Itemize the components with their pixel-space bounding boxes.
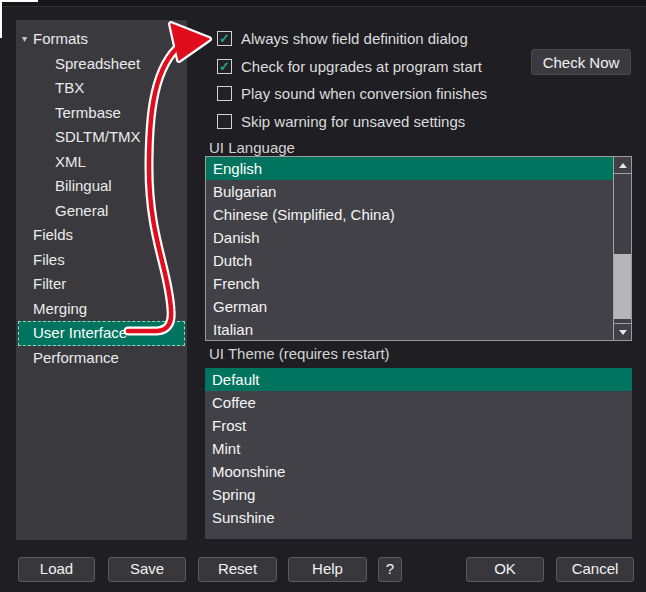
background-window-corner (0, 0, 2, 38)
checkbox-unchecked-icon[interactable] (217, 86, 232, 101)
list-item-danish[interactable]: Danish (206, 226, 613, 249)
settings-dialog: ▾FormatsSpreadsheetTBXTermbaseSDLTM/TMXX… (0, 0, 646, 592)
list-item-frost[interactable]: Frost (205, 414, 632, 437)
list-item-german[interactable]: German (206, 295, 613, 318)
sidebar-item-label: TBX (55, 79, 84, 96)
ui-theme-rows: DefaultCoffeeFrostMintMoonshineSpringSun… (205, 368, 632, 539)
sidebar-item-label: User Interface (33, 324, 127, 341)
checkbox-label: Skip warning for unsaved settings (241, 113, 465, 130)
list-item-dutch[interactable]: Dutch (206, 249, 613, 272)
load-button[interactable]: Load (18, 557, 95, 582)
sidebar-item-label: XML (55, 153, 86, 170)
checkbox-checked-icon[interactable]: ✓ (217, 59, 232, 74)
sidebar-item-label: Bilingual (55, 177, 112, 194)
list-item-default[interactable]: Default (205, 368, 632, 391)
scroll-up-icon[interactable] (614, 157, 631, 174)
sidebar-item-performance[interactable]: Performance (16, 346, 187, 371)
sidebar-item-formats[interactable]: ▾Formats (16, 27, 187, 52)
ui-language-listbox: EnglishBulgarianChinese (Simplified, Chi… (205, 156, 632, 341)
sidebar-item-label: Formats (33, 30, 88, 47)
checkbox-label: Always show field definition dialog (241, 30, 468, 47)
ok-button[interactable]: OK (466, 557, 544, 582)
scroll-down-icon[interactable] (614, 323, 631, 340)
sidebar-item-filter[interactable]: Filter (16, 272, 187, 297)
list-item-english[interactable]: English (206, 157, 613, 180)
sidebar-item-label: General (55, 202, 108, 219)
vertical-scrollbar[interactable] (613, 157, 631, 340)
list-item-chinese-simplified-china-[interactable]: Chinese (Simplified, China) (206, 203, 613, 226)
ui-language-rows: EnglishBulgarianChinese (Simplified, Chi… (206, 157, 613, 340)
sidebar-item-tbx[interactable]: TBX (16, 76, 187, 101)
sidebar-item-merging[interactable]: Merging (16, 297, 187, 322)
ui-theme-listbox: DefaultCoffeeFrostMintMoonshineSpringSun… (205, 368, 632, 539)
options-checkbox-group: ✓Always show field definition dialog✓Che… (217, 0, 527, 140)
sidebar-item-spreadsheet[interactable]: Spreadsheet (16, 52, 187, 77)
settings-tree: ▾FormatsSpreadsheetTBXTermbaseSDLTM/TMXX… (16, 20, 187, 540)
checkbox-row[interactable]: ✓Always show field definition dialog (217, 29, 468, 47)
sidebar-item-xml[interactable]: XML (16, 150, 187, 175)
sidebar-item-files[interactable]: Files (16, 248, 187, 273)
sidebar-item-bilingual[interactable]: Bilingual (16, 174, 187, 199)
save-button[interactable]: Save (108, 557, 186, 582)
ui-theme-label: UI Theme (requires restart) (209, 345, 390, 362)
sidebar-item-label: Fields (33, 226, 73, 243)
list-item-spring[interactable]: Spring (205, 483, 632, 506)
checkbox-label: Play sound when conversion finishes (241, 85, 487, 102)
cancel-button[interactable]: Cancel (556, 557, 634, 582)
scrollbar-thumb[interactable] (614, 254, 631, 319)
check-now-button[interactable]: Check Now (531, 49, 631, 75)
sidebar-item-label: Termbase (55, 104, 121, 121)
reset-button[interactable]: Reset (198, 557, 277, 582)
checkbox-row[interactable]: Skip warning for unsaved settings (217, 112, 465, 130)
list-item-coffee[interactable]: Coffee (205, 391, 632, 414)
sidebar-item-sdltm-tmx[interactable]: SDLTM/TMX (16, 125, 187, 150)
checkbox-row[interactable]: Play sound when conversion finishes (217, 84, 487, 102)
sidebar-item-label: SDLTM/TMX (55, 128, 141, 145)
question-button[interactable]: ? (378, 557, 402, 582)
ui-language-label: UI Language (209, 139, 295, 156)
help-button[interactable]: Help (288, 557, 367, 582)
sidebar-item-label: Filter (33, 275, 66, 292)
checkbox-unchecked-icon[interactable] (217, 114, 232, 129)
list-item-moonshine[interactable]: Moonshine (205, 460, 632, 483)
background-window-corner (0, 0, 38, 2)
list-item-bulgarian[interactable]: Bulgarian (206, 180, 613, 203)
sidebar-item-termbase[interactable]: Termbase (16, 101, 187, 126)
tree-expander-icon[interactable]: ▾ (17, 27, 32, 52)
sidebar-item-label: Spreadsheet (55, 55, 140, 72)
sidebar-item-user-interface[interactable]: User Interface (18, 321, 185, 346)
down-arrow-icon (619, 330, 627, 335)
list-item-italian[interactable]: Italian (206, 318, 613, 340)
list-item-mint[interactable]: Mint (205, 437, 632, 460)
checkbox-checked-icon[interactable]: ✓ (217, 31, 232, 46)
checkbox-label: Check for upgrades at program start (241, 58, 482, 75)
list-item-sunshine[interactable]: Sunshine (205, 506, 632, 529)
sidebar-item-label: Files (33, 251, 65, 268)
up-arrow-icon (619, 163, 627, 168)
sidebar-item-label: Performance (33, 349, 119, 366)
checkbox-row[interactable]: ✓Check for upgrades at program start (217, 57, 482, 75)
list-item-french[interactable]: French (206, 272, 613, 295)
sidebar-item-label: Merging (33, 300, 87, 317)
sidebar-item-fields[interactable]: Fields (16, 223, 187, 248)
sidebar-item-general[interactable]: General (16, 199, 187, 224)
